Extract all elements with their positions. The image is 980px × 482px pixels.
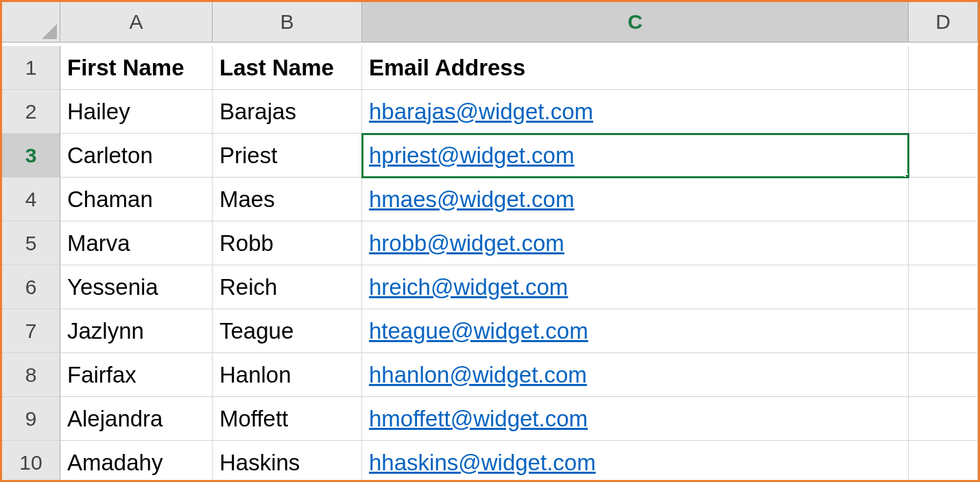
fill-handle[interactable] — [905, 173, 909, 178]
cell-C2[interactable]: hbarajas@widget.com — [362, 90, 909, 134]
cell-C3-text: hpriest@widget.com — [369, 143, 574, 169]
row-header-2[interactable]: 2 — [2, 90, 60, 134]
svg-marker-0 — [42, 24, 57, 39]
cell-D3[interactable] — [909, 134, 978, 178]
cell-B2[interactable]: Barajas — [213, 90, 362, 134]
row-header-7[interactable]: 7 — [2, 309, 60, 353]
row-header-3[interactable]: 3 — [2, 134, 60, 178]
cell-C8[interactable]: hhanlon@widget.com — [362, 353, 909, 397]
column-header-A[interactable]: A — [60, 2, 213, 43]
cell-C4[interactable]: hmaes@widget.com — [362, 178, 909, 221]
row-header-9[interactable]: 9 — [2, 397, 60, 441]
row-header-1[interactable]: 1 — [2, 46, 60, 90]
spreadsheet-grid: A B C D 1 First Name Last Name Email Add… — [2, 2, 978, 482]
cell-A6[interactable]: Yessenia — [60, 265, 213, 309]
cell-B10[interactable]: Haskins — [213, 441, 362, 482]
row-header-10[interactable]: 10 — [2, 441, 60, 482]
cell-A5[interactable]: Marva — [60, 221, 213, 265]
row-header-6[interactable]: 6 — [2, 265, 60, 309]
cell-A4[interactable]: Chaman — [60, 178, 213, 221]
cell-C10[interactable]: hhaskins@widget.com — [362, 441, 909, 482]
cell-D10[interactable] — [909, 441, 978, 482]
cell-B5[interactable]: Robb — [213, 221, 362, 265]
cell-B8[interactable]: Hanlon — [213, 353, 362, 397]
select-all-triangle-icon — [42, 24, 57, 39]
cell-C6[interactable]: hreich@widget.com — [362, 265, 909, 309]
cell-C1[interactable]: Email Address — [362, 46, 909, 90]
row-header-4[interactable]: 4 — [2, 178, 60, 221]
cell-D8[interactable] — [909, 353, 978, 397]
cell-C7[interactable]: hteague@widget.com — [362, 309, 909, 353]
cell-D7[interactable] — [909, 309, 978, 353]
column-header-D[interactable]: D — [909, 2, 978, 43]
cell-D2[interactable] — [909, 90, 978, 134]
cell-A10[interactable]: Amadahy — [60, 441, 213, 482]
cell-B4[interactable]: Maes — [213, 178, 362, 221]
column-header-B[interactable]: B — [213, 2, 362, 43]
cell-A8[interactable]: Fairfax — [60, 353, 213, 397]
cell-D9[interactable] — [909, 397, 978, 441]
cell-B9[interactable]: Moffett — [213, 397, 362, 441]
cell-B7[interactable]: Teague — [213, 309, 362, 353]
cell-B6[interactable]: Reich — [213, 265, 362, 309]
cell-C9[interactable]: hmoffett@widget.com — [362, 397, 909, 441]
column-header-C[interactable]: C — [362, 2, 909, 43]
cell-C5[interactable]: hrobb@widget.com — [362, 221, 909, 265]
cell-A9[interactable]: Alejandra — [60, 397, 213, 441]
cell-C3[interactable]: hpriest@widget.com — [362, 134, 909, 178]
cell-B3[interactable]: Priest — [213, 134, 362, 178]
row-header-8[interactable]: 8 — [2, 353, 60, 397]
cell-A7[interactable]: Jazlynn — [60, 309, 213, 353]
cell-D6[interactable] — [909, 265, 978, 309]
row-header-5[interactable]: 5 — [2, 221, 60, 265]
select-all-corner[interactable] — [2, 2, 60, 43]
cell-A3[interactable]: Carleton — [60, 134, 213, 178]
cell-D5[interactable] — [909, 221, 978, 265]
cell-D4[interactable] — [909, 178, 978, 221]
cell-A1[interactable]: First Name — [60, 46, 213, 90]
cell-B1[interactable]: Last Name — [213, 46, 362, 90]
cell-D1[interactable] — [909, 46, 978, 90]
cell-A2[interactable]: Hailey — [60, 90, 213, 134]
